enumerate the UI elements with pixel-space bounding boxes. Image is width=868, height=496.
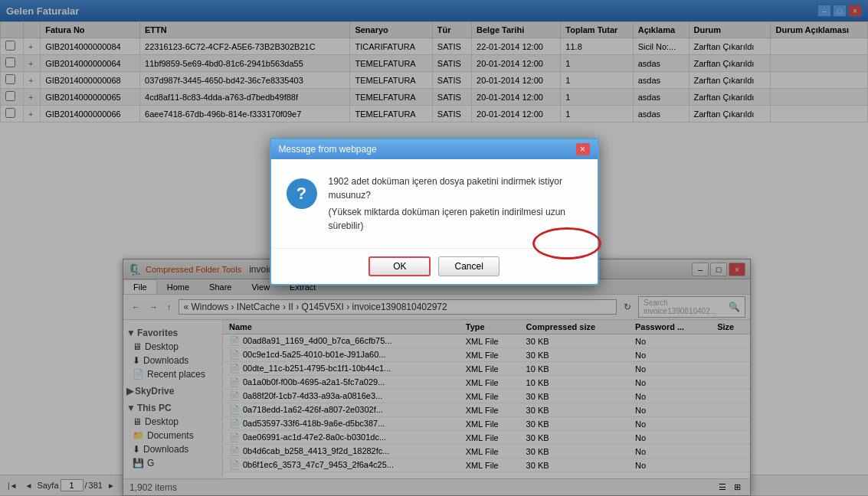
modal-dialog: Message from webpage × ? 1902 adet doküm… (270, 138, 599, 286)
ok-button[interactable]: OK (368, 256, 431, 276)
modal-overlay: Message from webpage × ? 1902 adet doküm… (0, 0, 868, 496)
modal-sub-message: (Yüksek miktarda doküman içeren paketin … (329, 205, 582, 233)
modal-close-button[interactable]: × (576, 143, 590, 155)
modal-title-text: Message from webpage (279, 144, 377, 155)
question-icon: ? (287, 178, 317, 209)
modal-body: ? 1902 adet doküman içeren dosya paketin… (271, 159, 598, 248)
cancel-button[interactable]: Cancel (438, 256, 499, 276)
modal-message: 1902 adet doküman içeren dosya paketini … (329, 175, 582, 233)
modal-main-message: 1902 adet doküman içeren dosya paketini … (329, 175, 582, 202)
modal-footer: OK Cancel (271, 248, 598, 284)
modal-title-bar: Message from webpage × (271, 139, 598, 159)
